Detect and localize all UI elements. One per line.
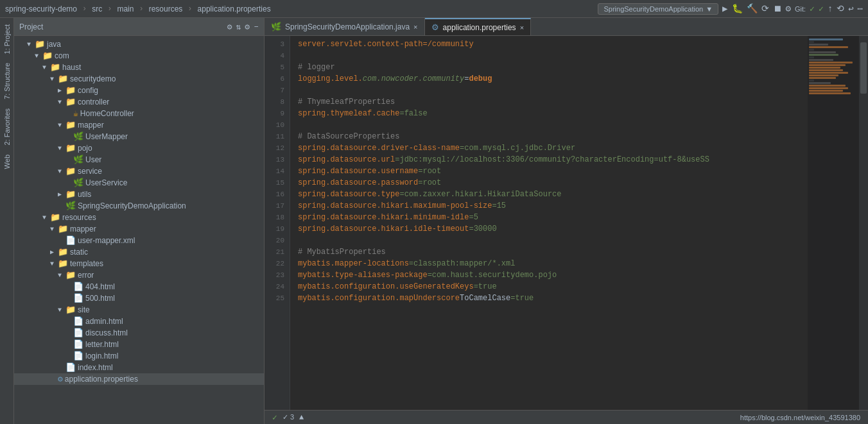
folder-icon-site: 📁 (65, 305, 76, 315)
tree-item-admin[interactable]: ▶ 📄 admin.html (14, 316, 264, 327)
tree-item-letter[interactable]: ▶ 📄 letter.html (14, 339, 264, 350)
ln-13: 13 (265, 154, 284, 165)
git-check2-icon[interactable]: ✓ (819, 4, 824, 14)
tree-label-userservice: UserService (85, 178, 127, 187)
git-rollback-icon[interactable]: ↩ (848, 3, 853, 14)
tree-item-mapper[interactable]: ▼ 📁 mapper (14, 119, 264, 131)
code-content[interactable]: server.servlet.context-path=/community #… (290, 36, 808, 410)
run-icon[interactable]: ▶ (722, 3, 727, 14)
tree-label-resources: resources (62, 213, 96, 222)
tree-item-discuss[interactable]: ▶ 📄 discuss.html (14, 327, 264, 339)
tab-label-springapp: SpringSecurityDemoApplication.java (285, 22, 410, 31)
tree-item-securitydemo[interactable]: ▼ 📁 securitydemo (14, 73, 264, 85)
tree-item-java[interactable]: ▼ 📁 java (14, 38, 264, 50)
tree-item-static[interactable]: ▶ 📁 static (14, 246, 264, 258)
tree-item-usermapper[interactable]: ▶ 🌿 UserMapper (14, 131, 264, 142)
tree-item-service[interactable]: ▼ 📁 service (14, 165, 264, 177)
spring-icon-user: 🌿 (73, 155, 83, 165)
tab-close-appprops[interactable]: × (520, 24, 524, 31)
settings-icon[interactable]: ⚙ (786, 3, 791, 14)
tree-item-haust[interactable]: ▼ 📁 haust (14, 62, 264, 73)
tab-appprops[interactable]: ⚙ application.properties × (425, 18, 532, 35)
tree-item-mapper2[interactable]: ▼ 📁 mapper (14, 223, 264, 235)
scrollbar-right[interactable] (859, 36, 868, 410)
tab-springapp[interactable]: 🌿 SpringSecurityDemoApplication.java × (265, 18, 425, 35)
tree-item-config[interactable]: ▶ 📁 config (14, 85, 264, 96)
breadcrumb-main[interactable]: main (117, 4, 134, 13)
ln-23: 23 (265, 269, 284, 281)
status-url[interactable]: https://blog.csdn.net/weixin_43591380 (740, 414, 860, 421)
tree-label-user: User (85, 155, 101, 164)
tree-item-index[interactable]: ▶ 📄 index.html (14, 362, 264, 373)
sidebar-layout-icon[interactable]: ⇅ (236, 22, 241, 32)
breadcrumb-src[interactable]: src (92, 4, 102, 13)
git-push-icon[interactable]: ↑ (828, 4, 833, 14)
tree-item-error[interactable]: ▼ 📁 error (14, 269, 264, 281)
tree-item-userservice[interactable]: ▶ 🌿 UserService (14, 177, 264, 189)
tree-arrow-mapper: ▼ (58, 122, 65, 129)
scroll-thumb[interactable] (860, 42, 867, 94)
folder-icon-templates: 📁 (58, 259, 68, 269)
code-line-17: spring.datasource.hikari.maximum-pool-si… (298, 200, 800, 212)
git-more-icon[interactable]: ⋯ (858, 3, 863, 14)
vtab-project[interactable]: 1: Project (1, 21, 13, 58)
tree-item-templates[interactable]: ▼ 📁 templates (14, 258, 264, 269)
debug-icon[interactable]: 🐛 (732, 3, 743, 14)
tree-item-com[interactable]: ▼ 📁 com (14, 50, 264, 62)
tree-label-homecontroller: HomeController (80, 109, 134, 118)
status-left: ✓ ✓ 3 ▲ (272, 412, 304, 423)
breadcrumb-file[interactable]: application.properties (198, 4, 271, 13)
tree-item-resources[interactable]: ▼ 📁 resources (14, 212, 264, 223)
tree-label-static: static (70, 248, 88, 257)
build-icon[interactable]: 🔨 (747, 3, 758, 14)
vtab-favorites[interactable]: 2: Favorites (1, 105, 13, 149)
tree-item-utils[interactable]: ▶ 📁 utils (14, 189, 264, 200)
tree-label-com: com (55, 51, 69, 60)
main-layout: 1: Project 7: Structure 2: Favorites Web… (0, 18, 868, 424)
tree-item-appprops[interactable]: ▶ ⚙ application.properties (14, 373, 264, 385)
code-editor[interactable]: 3 4 5 6 7 8 9 10 11 12 13 14 15 16 17 18… (265, 36, 868, 410)
html-icon-letter: 📄 (73, 339, 83, 350)
code-line-21: # MybatisProperties (298, 246, 800, 258)
tree-arrow-mapper2: ▼ (50, 226, 58, 233)
folder-icon-static: 📁 (58, 247, 68, 257)
tree-arrow-securitydemo: ▼ (50, 76, 58, 83)
ln-11: 11 (265, 131, 284, 142)
breadcrumb-resources[interactable]: resources (149, 4, 183, 13)
git-history-icon[interactable]: ⟲ (837, 3, 844, 14)
tree-item-user[interactable]: ▶ 🌿 User (14, 154, 264, 165)
sidebar-minimize-icon[interactable]: – (254, 22, 259, 32)
tab-close-springapp[interactable]: × (413, 23, 417, 31)
breadcrumb-project[interactable]: spring-security-demo (5, 4, 77, 13)
sidebar-config-icon[interactable]: ⚙ (227, 22, 232, 32)
code-line-9: spring.thymeleaf.cache=false (298, 108, 800, 119)
code-line-7 (298, 85, 800, 96)
tree-item-500[interactable]: ▶ 📄 500.html (14, 293, 264, 304)
code-line-23: mybatis.type-aliases-package=com.haust.s… (298, 269, 800, 281)
tree-item-springapp[interactable]: ▶ 🌿 SpringSecurityDemoApplication (14, 200, 264, 212)
tree-label-pojo: pojo (78, 144, 92, 153)
tree-label-login: login.html (85, 352, 118, 360)
tree-item-pojo[interactable]: ▼ 📁 pojo (14, 142, 264, 154)
tree-label-appprops: application.properties (65, 375, 138, 384)
folder-icon-mapper: 📁 (65, 120, 76, 130)
stop-icon[interactable]: ⏹ (773, 4, 782, 14)
vtab-web[interactable]: Web (1, 151, 13, 173)
tree-item-controller[interactable]: ▼ 📁 controller (14, 96, 264, 108)
tree-item-usermapperxml[interactable]: ▶ 📄 user-mapper.xml (14, 235, 264, 246)
tree-label-service: service (78, 167, 102, 176)
git-check-icon[interactable]: ✓ (810, 4, 815, 14)
props-icon-appprops: ⚙ (58, 374, 63, 384)
refresh-icon[interactable]: ⟳ (761, 3, 769, 14)
code-line-8: # ThymeleafProperties (298, 96, 800, 108)
sidebar-header: Project ⚙ ⇅ ⚙ – (14, 18, 264, 36)
tree-label-java: java (47, 40, 61, 49)
code-line-16: spring.datasource.type=com.zaxxer.hikari… (298, 189, 800, 200)
tree-item-site[interactable]: ▼ 📁 site (14, 304, 264, 316)
vtab-structure[interactable]: 7: Structure (1, 59, 13, 103)
tree-item-login[interactable]: ▶ 📄 login.html (14, 350, 264, 362)
run-config[interactable]: SpringSecurityDemoApplication ▼ (598, 3, 718, 15)
sidebar-gear-icon[interactable]: ⚙ (245, 22, 250, 32)
tree-item-404[interactable]: ▶ 📄 404.html (14, 281, 264, 293)
tree-item-homecontroller[interactable]: ▶ ☕ HomeController (14, 108, 264, 119)
